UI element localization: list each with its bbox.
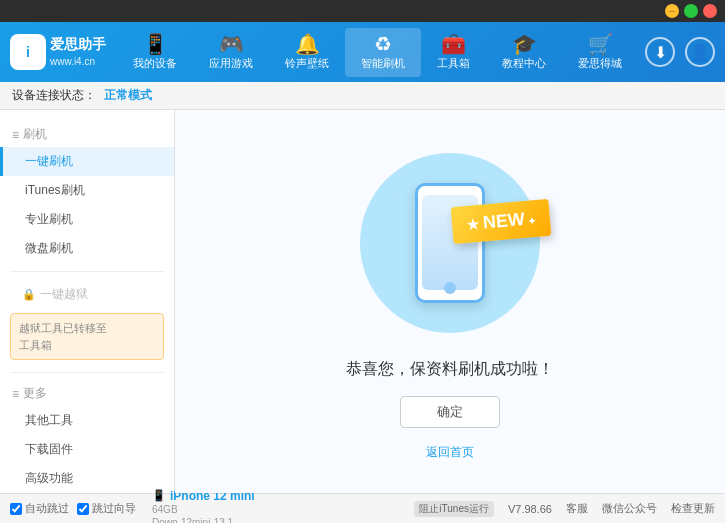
content-panel: ✦ ✦ NEW 恭喜您，保资料刷机成功啦！ 确定 返回首页 [175, 110, 725, 493]
header: i 爱思助手 www.i4.cn 📱 我的设备 🎮 应用游戏 🔔 铃声壁纸 ♻ … [0, 22, 725, 82]
back-link[interactable]: 返回首页 [426, 444, 474, 461]
confirm-button[interactable]: 确定 [400, 396, 500, 428]
logo-text: 爱思助手 www.i4.cn [50, 35, 106, 69]
jailbreak-info-box: 越狱工具已转移至工具箱 [10, 313, 164, 360]
sidebar-divider-1 [10, 271, 164, 272]
smart-flash-icon: ♻ [374, 34, 392, 54]
download-button[interactable]: ⬇ [645, 37, 675, 67]
customer-service-link[interactable]: 客服 [566, 501, 588, 516]
nav-my-device[interactable]: 📱 我的设备 [117, 28, 193, 77]
stop-itunes-btn[interactable]: 阻止iTunes运行 [414, 501, 494, 517]
nav-bar: 📱 我的设备 🎮 应用游戏 🔔 铃声壁纸 ♻ 智能刷机 🧰 工具箱 🎓 教程中心… [110, 28, 645, 77]
nav-wechat-shop[interactable]: 🛒 爱思得城 [562, 28, 638, 77]
apps-icon: 🎮 [219, 34, 244, 54]
skip-wizard-input[interactable] [77, 503, 89, 515]
sidebar-divider-2 [10, 372, 164, 373]
sparkle-2: ✦ [508, 277, 520, 293]
sidebar: ≡ 刷机 一键刷机 iTunes刷机 专业刷机 微盘刷机 🔒 一键越狱 越狱工具… [0, 110, 175, 493]
section-header-more: ≡ 更多 [0, 381, 174, 406]
maximize-btn[interactable] [684, 4, 698, 18]
bottom-right: 阻止iTunes运行 V7.98.66 客服 微信公众号 检查更新 [414, 501, 715, 517]
sidebar-section-jailbreak: 🔒 一键越狱 越狱工具已转移至工具箱 [0, 276, 174, 368]
version-label: V7.98.66 [508, 503, 552, 515]
wechat-public-link[interactable]: 微信公众号 [602, 501, 657, 516]
nav-tutorial[interactable]: 🎓 教程中心 [486, 28, 562, 77]
section-header-flash: ≡ 刷机 [0, 122, 174, 147]
bottom-left: 自动跳过 跳过向导 📱 iPhone 12 mini 64GB Down-12m… [10, 489, 255, 524]
sidebar-item-micro-flash[interactable]: 微盘刷机 [0, 234, 174, 263]
nav-toolbox[interactable]: 🧰 工具箱 [421, 28, 486, 77]
account-button[interactable]: 👤 [685, 37, 715, 67]
phone-illustration: ✦ ✦ NEW [350, 143, 550, 343]
device-info: 📱 iPhone 12 mini 64GB Down-12mini-13,1 [152, 489, 255, 524]
phone-small-icon: 📱 [152, 489, 166, 502]
sidebar-section-more: ≡ 更多 其他工具 下载固件 高级功能 [0, 377, 174, 493]
jailbreak-disabled-header: 🔒 一键越狱 [0, 280, 174, 309]
skip-wizard-checkbox[interactable]: 跳过向导 [77, 501, 136, 516]
device-icon: 📱 [143, 34, 168, 54]
bottom-bar: 自动跳过 跳过向导 📱 iPhone 12 mini 64GB Down-12m… [0, 493, 725, 523]
nav-smart-flash[interactable]: ♻ 智能刷机 [345, 28, 421, 77]
nav-apps-games[interactable]: 🎮 应用游戏 [193, 28, 269, 77]
status-bar: 设备连接状态： 正常模式 [0, 82, 725, 110]
logo-area: i 爱思助手 www.i4.cn [10, 34, 110, 70]
title-bar: ─ [0, 0, 725, 22]
close-btn[interactable] [703, 4, 717, 18]
logo-icon: i [10, 34, 46, 70]
sidebar-item-download-fw[interactable]: 下载固件 [0, 435, 174, 464]
toolbox-icon: 🧰 [441, 34, 466, 54]
nav-ringtone[interactable]: 🔔 铃声壁纸 [269, 28, 345, 77]
sidebar-section-flash: ≡ 刷机 一键刷机 iTunes刷机 专业刷机 微盘刷机 [0, 118, 174, 267]
sidebar-item-itunes-flash[interactable]: iTunes刷机 [0, 176, 174, 205]
check-update-link[interactable]: 检查更新 [671, 501, 715, 516]
minimize-btn[interactable]: ─ [665, 4, 679, 18]
sidebar-item-other-tools[interactable]: 其他工具 [0, 406, 174, 435]
auto-jump-checkbox[interactable]: 自动跳过 [10, 501, 69, 516]
main-area: ≡ 刷机 一键刷机 iTunes刷机 专业刷机 微盘刷机 🔒 一键越狱 越狱工具… [0, 110, 725, 493]
bg-circle: ✦ ✦ NEW [360, 153, 540, 333]
sidebar-item-pro-flash[interactable]: 专业刷机 [0, 205, 174, 234]
new-badge: NEW [451, 198, 552, 243]
itunes-status: 阻止iTunes运行 [414, 501, 494, 517]
sidebar-item-one-click-flash[interactable]: 一键刷机 [0, 147, 174, 176]
sparkle-1: ✦ [390, 183, 405, 205]
auto-jump-input[interactable] [10, 503, 22, 515]
success-message: 恭喜您，保资料刷机成功啦！ [346, 359, 554, 380]
phone-home-btn [444, 282, 456, 294]
header-right: ⬇ 👤 [645, 37, 715, 67]
tutorial-icon: 🎓 [512, 34, 537, 54]
phone-shape [415, 183, 485, 303]
lock-icon: 🔒 [22, 288, 36, 301]
shop-icon: 🛒 [588, 34, 613, 54]
ringtone-icon: 🔔 [295, 34, 320, 54]
